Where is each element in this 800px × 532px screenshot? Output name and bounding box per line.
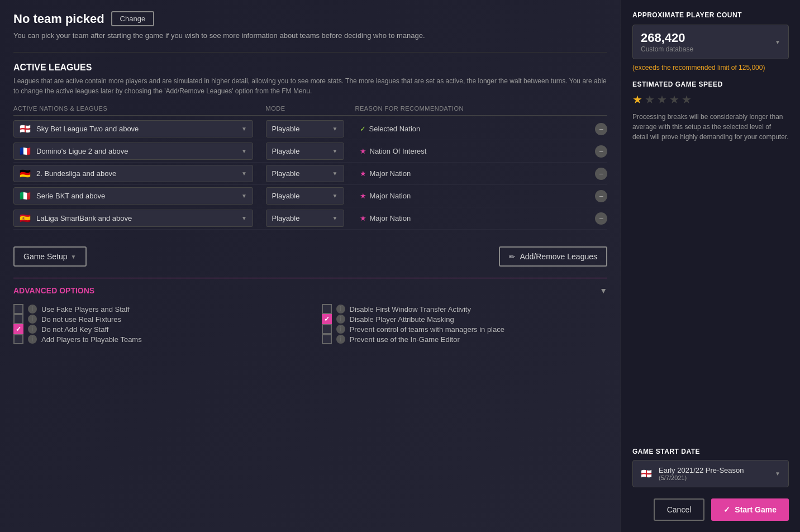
mode-chevron-icon: ▼: [332, 193, 338, 199]
star-empty-icon: ★: [657, 93, 667, 106]
advanced-options-title: ADVANCED OPTIONS: [13, 286, 94, 295]
info-icon[interactable]: i: [336, 335, 345, 344]
remove-league-button-0[interactable]: −: [595, 123, 607, 135]
reason-label: Major Nation: [370, 214, 411, 222]
reason-cell: ✓ Selected Nation −: [355, 123, 608, 135]
mode-cell: Playable ▼: [266, 120, 355, 137]
league-name: 2. Bundesliga and above: [36, 169, 116, 178]
option-label: Add Players to Playable Teams: [41, 335, 142, 344]
league-flag-icon: 🇪🇸: [20, 214, 32, 222]
checkbox-left-2[interactable]: [13, 324, 23, 334]
player-count-box[interactable]: 268,420 Custom database ▼: [632, 25, 789, 59]
advanced-chevron-icon[interactable]: ▼: [599, 286, 607, 295]
league-cell: 🇩🇪 2. Bundesliga and above ▼: [13, 165, 266, 182]
info-icon[interactable]: i: [336, 315, 345, 324]
cancel-button[interactable]: Cancel: [654, 498, 705, 521]
custom-db-label: Custom database: [641, 45, 693, 53]
check-icon: ✓: [360, 125, 366, 133]
reason-label: Major Nation: [370, 192, 411, 200]
league-cell: 🇪🇸 LaLiga SmartBank and above ▼: [13, 210, 266, 227]
reason-label: Nation Of Interest: [370, 147, 427, 155]
date-dropdown[interactable]: 🏴󠁧󠁢󠁥󠁮󠁧󠁿 Early 2021/22 Pre-Season (5/7/20…: [632, 460, 789, 487]
mode-dropdown-3[interactable]: Playable ▼: [266, 187, 344, 205]
mode-dropdown-2[interactable]: Playable ▼: [266, 165, 344, 182]
mode-chevron-icon: ▼: [332, 126, 338, 132]
mode-chevron-icon: ▼: [332, 170, 338, 177]
active-leagues-desc: Leagues that are active contain more pla…: [13, 76, 607, 96]
advanced-header: ADVANCED OPTIONS ▼: [13, 286, 607, 295]
option-row-right-2: i Prevent control of teams with managers…: [322, 324, 608, 334]
start-check-icon: ✓: [723, 505, 730, 514]
league-dropdown-3[interactable]: 🇮🇹 Serie BKT and above ▼: [13, 187, 253, 205]
mode-dropdown-0[interactable]: Playable ▼: [266, 120, 344, 137]
checkbox-left-0[interactable]: [13, 304, 23, 314]
league-chevron-icon: ▼: [241, 193, 247, 199]
reason-inner: ★ Major Nation: [360, 192, 411, 200]
checkbox-right-0[interactable]: [322, 304, 332, 314]
option-row-left-2: i Do not Add Key Staff: [13, 324, 299, 334]
estimated-speed-section: ESTIMATED GAME SPEED ★★★★★ Processing br…: [632, 80, 789, 142]
remove-league-button-3[interactable]: −: [595, 190, 607, 202]
info-icon[interactable]: i: [28, 335, 37, 344]
league-dropdown-4[interactable]: 🇪🇸 LaLiga SmartBank and above ▼: [13, 210, 253, 227]
league-cell: 🇮🇹 Serie BKT and above ▼: [13, 187, 266, 205]
league-flag-icon: 🇮🇹: [20, 192, 32, 200]
league-chevron-icon: ▼: [241, 126, 247, 132]
league-chevron-icon: ▼: [241, 215, 247, 221]
reason-label: Major Nation: [370, 169, 411, 178]
active-leagues-title: ACTIVE LEAGUES: [13, 63, 607, 73]
checkbox-right-1[interactable]: [322, 314, 332, 324]
reason-inner: ★ Major Nation: [360, 214, 411, 222]
remove-league-button-2[interactable]: −: [595, 168, 607, 180]
league-name: Serie BKT and above: [36, 192, 105, 200]
col-nations: ACTIVE NATIONS & LEAGUES: [13, 105, 266, 112]
league-flag-icon: 🇫🇷: [20, 147, 32, 155]
reason-inner: ✓ Selected Nation: [360, 125, 421, 133]
date-label: Early 2021/22 Pre-Season: [659, 466, 744, 474]
checkbox-right-2[interactable]: [322, 324, 332, 334]
game-start-title: GAME START DATE: [632, 448, 789, 455]
mode-dropdown-4[interactable]: Playable ▼: [266, 210, 344, 227]
add-remove-leagues-button[interactable]: ✏ Add/Remove Leagues: [499, 246, 607, 267]
star-empty-icon: ★: [669, 93, 679, 106]
exceeds-warning: (exceeds the recommended limit of 125,00…: [632, 64, 789, 72]
mode-label: Playable: [272, 169, 300, 178]
remove-league-button-4[interactable]: −: [595, 212, 607, 225]
info-icon[interactable]: i: [28, 315, 37, 324]
options-left: i Use Fake Players and Staff i Do not us…: [13, 304, 299, 344]
mode-chevron-icon: ▼: [332, 148, 338, 154]
game-setup-chevron-icon: ▼: [71, 254, 77, 260]
date-chevron-icon: ▼: [775, 471, 780, 477]
checkbox-left-3[interactable]: [13, 334, 23, 344]
player-count-chevron-icon: ▼: [775, 39, 780, 45]
table-row: 🇮🇹 Serie BKT and above ▼ Playable ▼ ★ Ma…: [13, 185, 607, 207]
change-button[interactable]: Change: [111, 11, 155, 26]
info-icon[interactable]: i: [336, 325, 345, 334]
table-row: 🇪🇸 LaLiga SmartBank and above ▼ Playable…: [13, 207, 607, 230]
mode-dropdown-1[interactable]: Playable ▼: [266, 142, 344, 160]
player-count-number: 268,420: [641, 31, 693, 45]
checkbox-right-3[interactable]: [322, 334, 332, 344]
option-label: Disable First Window Transfer Activity: [350, 305, 471, 314]
remove-league-button-1[interactable]: −: [595, 145, 607, 158]
league-dropdown-1[interactable]: 🇫🇷 Domino's Ligue 2 and above ▼: [13, 142, 253, 160]
info-icon[interactable]: i: [336, 305, 345, 314]
checkbox-left-1[interactable]: [13, 314, 23, 324]
star-filled-icon: ★: [632, 93, 642, 106]
approx-player-title: APPROXIMATE PLAYER COUNT: [632, 11, 789, 19]
league-dropdown-2[interactable]: 🇩🇪 2. Bundesliga and above ▼: [13, 165, 253, 182]
league-dropdown-0[interactable]: 🏴󠁧󠁢󠁥󠁮󠁧󠁿 Sky Bet League Two and above ▼: [13, 120, 253, 137]
start-game-button[interactable]: ✓ Start Game: [711, 498, 789, 521]
option-label: Use Fake Players and Staff: [41, 305, 130, 314]
mode-label: Playable: [272, 125, 300, 133]
table-header: ACTIVE NATIONS & LEAGUES MODE REASON FOR…: [13, 105, 607, 116]
game-setup-button[interactable]: Game Setup ▼: [13, 246, 87, 267]
info-icon[interactable]: i: [28, 325, 37, 334]
info-icon[interactable]: i: [28, 305, 37, 314]
league-flag-icon: 🏴󠁧󠁢󠁥󠁮󠁧󠁿: [20, 125, 32, 133]
reason-cell: ★ Major Nation −: [355, 212, 608, 225]
no-team-title: No team picked: [13, 12, 104, 26]
option-row-left-3: i Add Players to Playable Teams: [13, 334, 299, 344]
add-remove-label: Add/Remove Leagues: [520, 252, 597, 261]
header-section: No team picked Change You can pick your …: [13, 11, 607, 41]
